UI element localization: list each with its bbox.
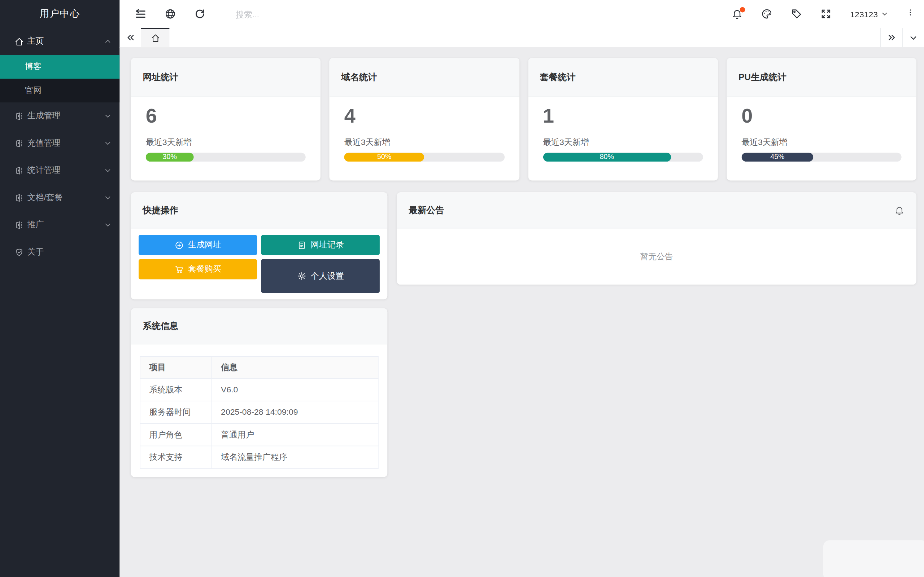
progress-label: 50% <box>377 153 391 161</box>
sidebar-title: 用户中心 <box>0 0 120 28</box>
stat-label: 最近3天新增 <box>741 137 901 148</box>
stat-label: 最近3天新增 <box>146 137 306 148</box>
progress-label: 80% <box>600 153 614 161</box>
generate-url-button[interactable]: 生成网址 <box>139 235 257 255</box>
progress-track: 80% <box>543 153 703 161</box>
table-row: 技术支持 域名流量推广程序 <box>140 446 378 469</box>
table-header-row: 项目 信息 <box>140 357 378 379</box>
corner-overlay <box>823 540 924 577</box>
cart-icon <box>174 265 183 274</box>
theme-palette-icon[interactable] <box>761 8 772 19</box>
card-title: 域名统计 <box>330 58 519 97</box>
sidebar-item-blog[interactable]: 博客 <box>0 55 120 79</box>
stat-label: 最近3天新增 <box>344 137 504 148</box>
sidebar-item-generate-management[interactable]: 生成管理 <box>0 102 120 129</box>
chevron-down-icon <box>104 140 111 147</box>
card-title: 快捷操作 <box>131 192 388 228</box>
username: 123123 <box>850 9 878 18</box>
stat-card-package: 套餐统计 1 最近3天新增 80% <box>528 58 718 181</box>
shield-check-icon <box>15 248 24 257</box>
url-records-button[interactable]: 网址记录 <box>261 235 380 255</box>
content: 网址统计 6 最近3天新增 30% 域名统计 <box>120 47 924 577</box>
system-info-card: 系统信息 项目 信息 系统版本 V6.0 <box>131 308 388 477</box>
announcements-empty: 暂无公告 <box>397 228 916 285</box>
card-title: 最新公告 <box>409 205 444 216</box>
module-icon <box>15 111 24 121</box>
buy-package-button[interactable]: 套餐购买 <box>139 259 257 279</box>
card-title: PU生成统计 <box>727 58 916 97</box>
column-header: 项目 <box>140 357 212 379</box>
home-icon <box>15 37 24 46</box>
sidebar-subitem-label: 官网 <box>25 85 42 96</box>
announcement-bell-icon[interactable] <box>894 205 905 215</box>
notifications-bell-icon[interactable] <box>732 8 743 19</box>
stat-label: 最近3天新增 <box>543 137 703 148</box>
sidebar: 用户中心 主页 博客 官网 生成管理 <box>0 0 120 577</box>
app-viewport: 用户中心 主页 博客 官网 生成管理 <box>0 0 924 577</box>
sidebar-item-promotion[interactable]: 推广 <box>0 211 120 239</box>
card-title: 系统信息 <box>131 308 388 344</box>
sidebar-item-about[interactable]: 关于 <box>0 239 120 266</box>
document-icon <box>297 240 306 250</box>
stats-grid: 网址统计 6 最近3天新增 30% 域名统计 <box>131 58 916 181</box>
chevron-down-icon <box>104 221 111 229</box>
card-title: 套餐统计 <box>528 58 718 97</box>
chevron-down-icon <box>104 167 111 174</box>
table-row: 用户角色 普通用户 <box>140 423 378 446</box>
sidebar-item-statistics-management[interactable]: 统计管理 <box>0 157 120 184</box>
main-area: 123123 <box>120 0 924 577</box>
topbar-actions: 123123 <box>732 8 914 19</box>
personal-settings-button[interactable]: 个人设置 <box>261 259 380 293</box>
sidebar-submenu-home: 博客 官网 <box>0 55 120 102</box>
stat-value: 4 <box>344 103 504 128</box>
search-input[interactable] <box>234 9 725 19</box>
progress-track: 30% <box>146 153 306 161</box>
column-header: 信息 <box>212 357 378 379</box>
chevron-down-icon <box>104 113 111 120</box>
sidebar-item-label: 文档/套餐 <box>27 192 63 203</box>
card-title: 网址统计 <box>131 58 321 97</box>
sidebar-item-docs-packages[interactable]: 文档/套餐 <box>0 184 120 211</box>
user-menu[interactable]: 123123 <box>850 9 888 18</box>
sidebar-item-label: 推广 <box>27 220 44 230</box>
sidebar-item-label: 关于 <box>27 247 44 258</box>
chevron-down-icon <box>881 11 888 17</box>
table-row: 系统版本 V6.0 <box>140 378 378 401</box>
menu-fold-icon[interactable] <box>135 8 146 19</box>
sidebar-subitem-label: 博客 <box>25 62 42 73</box>
sidebar-item-recharge-management[interactable]: 充值管理 <box>0 129 120 156</box>
module-icon <box>15 166 24 175</box>
stat-value: 0 <box>741 103 901 128</box>
sidebar-item-label: 充值管理 <box>27 138 60 148</box>
module-icon <box>15 220 24 229</box>
system-info-table: 项目 信息 系统版本 V6.0 服务器时间 2025-08-28 14:09:0… <box>140 356 378 469</box>
tabs-menu-icon[interactable] <box>902 28 924 47</box>
progress-fill: 30% <box>146 153 194 161</box>
module-icon <box>15 193 24 202</box>
tabbar <box>120 28 924 48</box>
module-icon <box>15 139 24 148</box>
sidebar-item-home[interactable]: 主页 <box>0 28 120 55</box>
stat-card-domain: 域名统计 4 最近3天新增 50% <box>330 58 519 181</box>
tabbar-spacer <box>169 28 880 47</box>
tab-home[interactable] <box>141 28 170 47</box>
announcements-card: 最新公告 暂无公告 <box>397 192 916 285</box>
quick-actions-card: 快捷操作 生成网址 网址记录 <box>131 192 388 299</box>
tabs-scroll-left-icon[interactable] <box>120 28 141 47</box>
sidebar-item-label: 主页 <box>27 36 44 47</box>
fullscreen-icon[interactable] <box>821 8 832 19</box>
table-row: 服务器时间 2025-08-28 14:09:09 <box>140 401 378 423</box>
circle-plus-icon <box>174 240 183 250</box>
progress-label: 30% <box>162 153 176 161</box>
sidebar-item-label: 统计管理 <box>27 165 60 176</box>
stat-value: 6 <box>146 103 306 128</box>
stat-card-pu-generate: PU生成统计 0 最近3天新增 45% <box>727 58 916 181</box>
progress-fill: 80% <box>543 153 671 161</box>
sidebar-item-official-site[interactable]: 官网 <box>0 79 120 102</box>
tag-icon[interactable] <box>791 8 802 19</box>
refresh-icon[interactable] <box>194 8 205 19</box>
chevron-up-icon <box>104 38 111 45</box>
tabs-scroll-right-icon[interactable] <box>880 28 902 47</box>
globe-icon[interactable] <box>165 8 176 19</box>
kebab-menu-icon[interactable] <box>906 8 914 19</box>
